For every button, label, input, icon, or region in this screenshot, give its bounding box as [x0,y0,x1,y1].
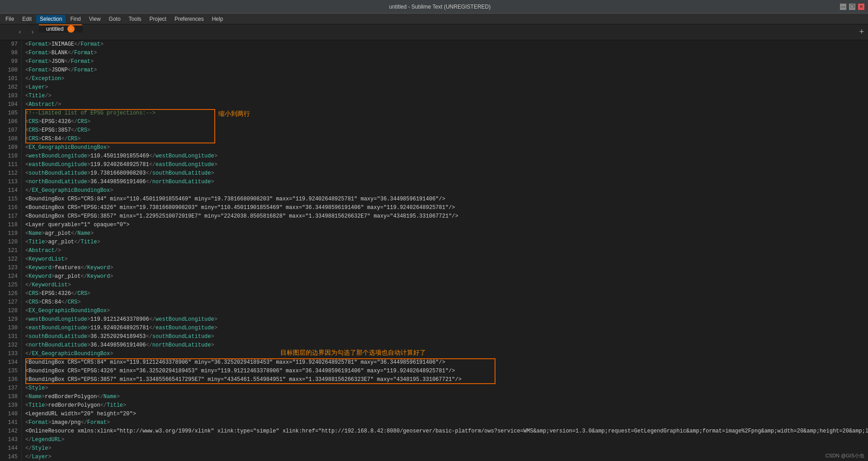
code-line: <Keyword>features</Keyword> [22,264,868,272]
tab-close-button[interactable]: • [67,25,75,33]
line-number: 111 [4,161,18,169]
code-line: <southBoundLatitude>36.32520294189453</s… [22,333,868,341]
line-number: 97 [4,40,18,49]
editor-container: 9798991001011021031041051061071081091101… [0,40,868,461]
code-line: <LegendURL width="20" height="20"> [22,410,868,418]
line-number: 102 [4,83,18,92]
code-line: </Layer> [22,453,868,461]
code-line: <BoundingBox CRS="CRS:84" minx="110.4501… [22,195,868,204]
tab-0[interactable]: untitled • [39,24,82,33]
menu-item-preferences[interactable]: Preferences [171,15,208,23]
code-line: </LegendURL> [22,436,868,444]
menu-bar: FileEditSelectionFindViewGotoToolsProjec… [0,14,868,24]
line-number: 128 [4,307,18,315]
line-number: 112 [4,169,18,178]
line-number: 125 [4,281,18,290]
code-line: <eastBoundLongitude>119.92402648925781</… [22,324,868,333]
code-line: <Abstract/> [22,247,868,255]
line-number: 130 [4,324,18,333]
menu-item-goto[interactable]: Goto [105,15,124,23]
code-line: <Name>agr_plot</Name> [22,229,868,238]
line-number: 98 [4,49,18,57]
minimize-button[interactable]: — [840,4,846,10]
line-number: 108 [4,135,18,143]
line-number: 116 [4,204,18,212]
line-number: 138 [4,393,18,401]
code-line: <BoundingBox CRS="CRS:84" minx="119.9121… [22,358,868,367]
line-number: 133 [4,350,18,358]
line-number: 101 [4,75,18,83]
menu-item-tools[interactable]: Tools [125,15,145,23]
code-line: <northBoundLatitude>36.34498596191406</n… [22,341,868,350]
line-number: 104 [4,100,18,109]
code-line: <BoundingBox CRS="EPSG:4326" minx="36.32… [22,367,868,375]
tab-label: untitled [46,26,64,32]
line-number: 135 [4,367,18,375]
menu-item-project[interactable]: Project [146,15,170,23]
code-line: <Abstract/> [22,100,868,109]
code-line: <Title/> [22,92,868,100]
code-line: <Format>INIMAGE</Format> [22,40,868,49]
code-line: <BoundingBox CRS="EPSG:3857" minx="1.229… [22,212,868,221]
menu-item-edit[interactable]: Edit [19,15,35,23]
line-number: 113 [4,178,18,186]
line-number: 142 [4,427,18,436]
code-line: <KeywordList> [22,255,868,264]
line-number: 122 [4,255,18,264]
restore-button[interactable]: ❐ [849,4,855,10]
code-line: <BoundingBox CRS="EPSG:3857" minx="1.334… [22,375,868,384]
code-line: <EX_GeographicBoundingBox> [22,143,868,152]
code-line: <Title>agr_plot</Title> [22,238,868,247]
code-line: <Style> [22,384,868,393]
line-number: 121 [4,247,18,255]
line-number: 115 [4,195,18,204]
line-number: 107 [4,126,18,135]
code-line: <EX_GeographicBoundingBox> [22,307,868,315]
line-number: 124 [4,272,18,281]
new-tab-button[interactable]: + [855,24,868,40]
code-line: <CRS>EPSG:4326</CRS> [22,118,868,126]
line-number: 139 [4,401,18,410]
line-number: 144 [4,444,18,453]
line-number: 99 [4,57,18,66]
code-line: <westBoundLongitude>119.91212463378906</… [22,315,868,324]
tab-prev-button[interactable]: ‹ [14,24,26,40]
code-line: <Format>BLANK</Format> [22,49,868,57]
code-line: <OnlineResource xmlns:xlink="http://www.… [22,427,868,436]
code-line: <Layer queryable="1" opaque="0"> [22,221,868,229]
menu-item-find[interactable]: Find [66,15,84,23]
tab-bar: ‹ › untitled • + [0,24,868,40]
code-line: <CRS>EPSG:3857</CRS> [22,126,868,135]
code-line: <CRS>CRS:84</CRS> [22,135,868,143]
line-number: 136 [4,375,18,384]
window-title: untitled - Sublime Text (UNREGISTERED) [40,4,840,10]
line-number: 103 [4,92,18,100]
menu-item-selection[interactable]: Selection [36,15,66,23]
line-number: 120 [4,238,18,247]
code-line: <eastBoundLongitude>119.92402648925781</… [22,161,868,169]
code-line: <Name>redBorderPolygon</Name> [22,393,868,401]
code-line: </EX_GeographicBoundingBox> [22,186,868,195]
code-editor[interactable]: <Format>INIMAGE</Format> <Format>BLANK</… [22,40,868,461]
line-number: 106 [4,118,18,126]
line-number: 118 [4,221,18,229]
line-number: 100 [4,66,18,75]
line-number: 110 [4,152,18,161]
line-number: 114 [4,186,18,195]
tab-next-button[interactable]: › [26,24,39,40]
title-bar: untitled - Sublime Text (UNREGISTERED) —… [0,0,868,14]
code-line: </Style> [22,444,868,453]
line-number: 105 [4,109,18,118]
line-numbers: 9798991001011021031041051061071081091101… [0,40,22,461]
menu-item-file[interactable]: File [2,15,18,23]
code-line: <Keyword>agr_plot</Keyword> [22,272,868,281]
menu-item-view[interactable]: View [85,15,104,23]
code-line: <Format>image/png</Format> [22,418,868,427]
menu-item-help[interactable]: Help [208,15,227,23]
code-line: <southBoundLatitude>19.73816680908203</s… [22,169,868,178]
close-button[interactable]: ✕ [858,4,864,10]
line-number: 143 [4,436,18,444]
code-line: <Format>JSONP</Format> [22,66,868,75]
line-number: 131 [4,333,18,341]
line-number: 117 [4,212,18,221]
